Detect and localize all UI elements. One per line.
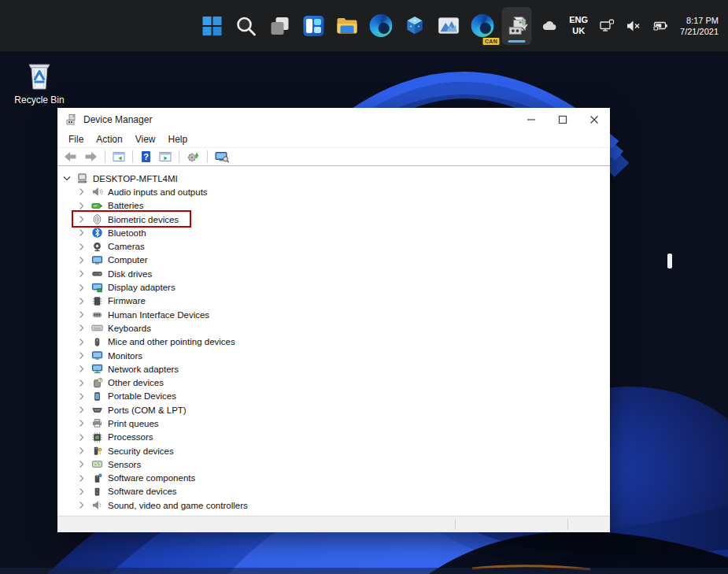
tree-item-monitors[interactable]: Monitors — [57, 349, 610, 362]
tree-item-desktop-mftl4mi[interactable]: DESKTOP-MFTL4MI — [57, 172, 610, 185]
chevron-right-icon[interactable] — [77, 501, 87, 510]
battery-button[interactable] — [651, 18, 670, 34]
chevron-right-icon[interactable] — [77, 310, 87, 320]
software-device-icon — [91, 486, 103, 498]
close-button[interactable] — [578, 109, 610, 131]
tree-item-bluetooth[interactable]: Bluetooth — [57, 226, 610, 239]
clock[interactable]: 8:17 PM7/21/2021 — [678, 13, 720, 39]
chevron-right-icon[interactable] — [77, 365, 87, 374]
chevron-right-icon[interactable] — [77, 487, 87, 496]
menu-view[interactable]: View — [131, 132, 161, 146]
edge-button[interactable] — [366, 7, 396, 45]
help-button[interactable]: ? — [138, 150, 154, 164]
canary-badge: CAN — [482, 37, 500, 46]
console-tree-button[interactable] — [110, 150, 127, 164]
tree-item-portable-devices[interactable]: Portable Devices — [57, 390, 610, 403]
maximize-button[interactable] — [547, 109, 578, 131]
widgets-button[interactable] — [298, 7, 328, 45]
tree-item-software-components[interactable]: Software components — [57, 472, 610, 485]
minimize-button[interactable] — [516, 109, 547, 131]
photos-button[interactable] — [434, 7, 464, 45]
widgets-icon — [302, 15, 324, 37]
bluetooth-icon — [91, 227, 103, 239]
chevron-right-icon[interactable] — [77, 351, 87, 361]
statusbar-separator — [455, 519, 456, 530]
chevron-right-icon[interactable] — [77, 378, 87, 387]
tree-item-other-devices[interactable]: ?Other devices — [57, 376, 610, 389]
chevron-right-icon[interactable] — [77, 296, 87, 306]
network-adapter-icon — [91, 363, 103, 375]
edge-canary-button[interactable]: CAN — [467, 7, 497, 45]
tree-item-cameras[interactable]: Cameras — [57, 239, 610, 253]
file-explorer-button[interactable] — [332, 7, 362, 45]
3d-viewer-button[interactable] — [400, 7, 430, 45]
window-titlebar[interactable]: Device Manager — [57, 108, 610, 131]
tree-item-label: Sound, video and game controllers — [108, 501, 248, 510]
status-bar — [57, 516, 610, 532]
tree-item-human-interface-devices[interactable]: Human Interface Devices — [57, 308, 610, 321]
chevron-right-icon[interactable] — [77, 406, 87, 415]
tree-item-display-adapters[interactable]: Display adapters — [57, 280, 610, 294]
chevron-right-icon[interactable] — [77, 283, 87, 292]
tree-item-label: Security devices — [108, 446, 174, 456]
toolbar-separator — [132, 150, 133, 163]
chevron-right-icon[interactable] — [77, 460, 87, 469]
tree-item-processors[interactable]: Processors — [57, 431, 610, 444]
tree-item-sensors[interactable]: Sensors — [57, 457, 610, 471]
tree-item-computer[interactable]: Computer — [57, 254, 610, 267]
start-button[interactable] — [197, 7, 227, 45]
chevron-right-icon[interactable] — [77, 242, 87, 251]
chevron-right-icon[interactable] — [77, 324, 87, 333]
taskbar-center-icons: CAN — [197, 7, 531, 45]
chevron-right-icon[interactable] — [77, 432, 87, 442]
chevron-right-icon[interactable] — [77, 419, 87, 428]
chevron-down-icon[interactable] — [62, 174, 72, 183]
tree-item-label: Human Interface Devices — [108, 310, 209, 320]
show-window-icon — [159, 150, 172, 163]
chevron-right-icon[interactable] — [77, 201, 87, 210]
search-button[interactable] — [231, 7, 261, 45]
language-indicator[interactable]: ENGUK — [567, 13, 589, 39]
tree-item-sound-video-and-game-controllers[interactable]: Sound, video and game controllers — [57, 498, 610, 512]
tree-item-audio-inputs-and-outputs[interactable]: Audio inputs and outputs — [57, 185, 610, 198]
show-window-button[interactable] — [157, 150, 174, 164]
menu-help[interactable]: Help — [164, 132, 193, 146]
tree-item-software-devices[interactable]: Software devices — [57, 485, 610, 498]
chevron-right-icon[interactable] — [77, 215, 87, 224]
chevron-right-icon[interactable] — [77, 255, 87, 265]
volume-button[interactable] — [625, 18, 642, 34]
taskbar: CAN ENGUK — [0, 0, 728, 52]
tree-item-network-adapters[interactable]: Network adapters — [57, 362, 610, 376]
tray-chevron-button[interactable] — [517, 19, 531, 33]
tree-item-security-devices[interactable]: Security devices — [57, 444, 610, 457]
tree-item-batteries[interactable]: Batteries — [57, 199, 610, 213]
chevron-right-icon[interactable] — [77, 473, 87, 483]
tree-item-biometric-devices[interactable]: Biometric devices — [57, 213, 610, 226]
menu-action[interactable]: Action — [91, 132, 127, 146]
tree-item-mice-and-other-pointing-devices[interactable]: Mice and other pointing devices — [57, 335, 610, 349]
tree-item-label: Display adapters — [108, 283, 176, 292]
menu-file[interactable]: File — [64, 132, 88, 146]
clock-time: 8:17 PM — [680, 15, 719, 26]
file-explorer-icon — [336, 14, 359, 37]
tree-item-ports-com-lpt[interactable]: Ports (COM & LPT) — [57, 403, 610, 417]
chevron-right-icon[interactable] — [77, 228, 87, 238]
tree-item-label: Software devices — [108, 487, 177, 496]
chevron-right-icon[interactable] — [77, 187, 87, 197]
network-button[interactable] — [598, 17, 616, 35]
tree-item-print-queues[interactable]: Print queues — [57, 417, 610, 430]
chevron-right-icon[interactable] — [77, 446, 87, 456]
tree-item-keyboards[interactable]: Keyboards — [57, 321, 610, 335]
tree-item-disk-drives[interactable]: Disk drives — [57, 267, 610, 280]
forward-button[interactable] — [82, 150, 100, 164]
chevron-right-icon[interactable] — [77, 269, 87, 279]
task-view-button[interactable] — [264, 7, 294, 45]
chevron-right-icon[interactable] — [77, 391, 87, 401]
tree-item-firmware[interactable]: Firmware — [57, 294, 610, 308]
scan-hardware-button[interactable] — [184, 150, 202, 164]
back-button[interactable] — [61, 150, 79, 164]
recycle-bin[interactable]: Recycle Bin — [5, 58, 74, 106]
onedrive-button[interactable] — [540, 18, 559, 34]
chevron-right-icon[interactable] — [77, 337, 87, 346]
remote-desktop-button[interactable] — [212, 150, 231, 164]
